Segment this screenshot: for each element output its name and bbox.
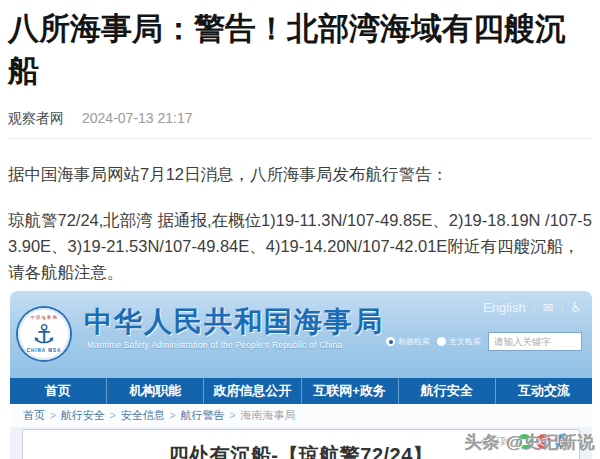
breadcrumb-separator: > bbox=[170, 410, 176, 421]
news-article-page: 八所海事局：警告！北部湾海域有四艘沉船 观察者网 2024-07-13 21:1… bbox=[0, 0, 600, 459]
breadcrumb-separator: > bbox=[50, 410, 56, 421]
article-publish-time: 2024-07-13 21:17 bbox=[82, 110, 193, 126]
nav-item-internet-gov[interactable]: 互联网+政务 bbox=[301, 378, 398, 404]
breadcrumb-separator: > bbox=[110, 410, 116, 421]
accessibility-icon[interactable]: ♿ bbox=[570, 300, 582, 315]
breadcrumb: 首页 > 航行安全 > 安全信息 > 航行警告 > 海南海事局 bbox=[10, 404, 592, 427]
link-separator: | bbox=[560, 302, 563, 314]
breadcrumb-item[interactable]: 安全信息 bbox=[121, 408, 165, 423]
msa-logo: 中国海事局 ⚓ CHINA MSA bbox=[18, 308, 70, 360]
radio-selected-icon bbox=[386, 337, 395, 346]
header-top-links: English | ✉ | ♿ bbox=[483, 300, 582, 315]
article-title: 八所海事局：警告！北部湾海域有四艘沉船 bbox=[8, 8, 592, 92]
search-radio-label: 全文检索 bbox=[449, 336, 481, 347]
nav-item-functions[interactable]: 机构职能 bbox=[106, 378, 203, 404]
toutiao-watermark: 头条 @史记新说 bbox=[465, 431, 596, 454]
breadcrumb-item[interactable]: 首页 bbox=[23, 408, 45, 423]
msa-site-title: 中华人民共和国海事局 bbox=[84, 303, 384, 341]
search-radio-fulltext[interactable]: 全文检索 bbox=[437, 336, 481, 347]
breadcrumb-item-current: 海南海事局 bbox=[240, 408, 295, 423]
mail-icon[interactable]: ✉ bbox=[543, 300, 554, 315]
radio-unselected-icon bbox=[437, 337, 446, 346]
header-divider bbox=[8, 138, 592, 139]
search-radio-label: 标题检索 bbox=[398, 336, 430, 347]
breadcrumb-item[interactable]: 航行警告 bbox=[181, 408, 225, 423]
article-meta: 观察者网 2024-07-13 21:17 bbox=[8, 110, 592, 126]
link-separator: | bbox=[533, 302, 536, 314]
nav-item-home[interactable]: 首页 bbox=[10, 378, 106, 404]
search-input[interactable] bbox=[488, 332, 582, 351]
msa-site-header: 中国海事局 ⚓ CHINA MSA 中华人民共和国海事局 Maritime Sa… bbox=[10, 291, 592, 378]
search-radio-title[interactable]: 标题检索 bbox=[386, 336, 430, 347]
nav-item-nav-safety[interactable]: 航行安全 bbox=[398, 378, 495, 404]
article-paragraph: 据中国海事局网站7月12日消息，八所海事局发布航行警告： bbox=[8, 161, 592, 187]
nav-item-interaction[interactable]: 互动交流 bbox=[495, 378, 592, 404]
breadcrumb-separator: > bbox=[230, 410, 236, 421]
msa-main-nav: 首页 机构职能 政府信息公开 互联网+政务 航行安全 互动交流 bbox=[10, 378, 592, 404]
article-source[interactable]: 观察者网 bbox=[8, 110, 64, 126]
english-link[interactable]: English bbox=[483, 300, 526, 315]
msa-site-subtitle: Maritime Safety Administration of the Pe… bbox=[87, 340, 342, 350]
nav-item-gov-info[interactable]: 政府信息公开 bbox=[203, 378, 300, 404]
anchor-icon: ⚓ bbox=[32, 320, 55, 348]
logo-bottom-text: CHINA MSA bbox=[27, 348, 61, 353]
breadcrumb-item[interactable]: 航行安全 bbox=[61, 408, 105, 423]
site-search-row: 标题检索 全文检索 bbox=[386, 332, 582, 351]
article-paragraph: 琼航警72/24,北部湾 据通报,在概位1)19-11.3N/107-49.85… bbox=[8, 207, 592, 285]
